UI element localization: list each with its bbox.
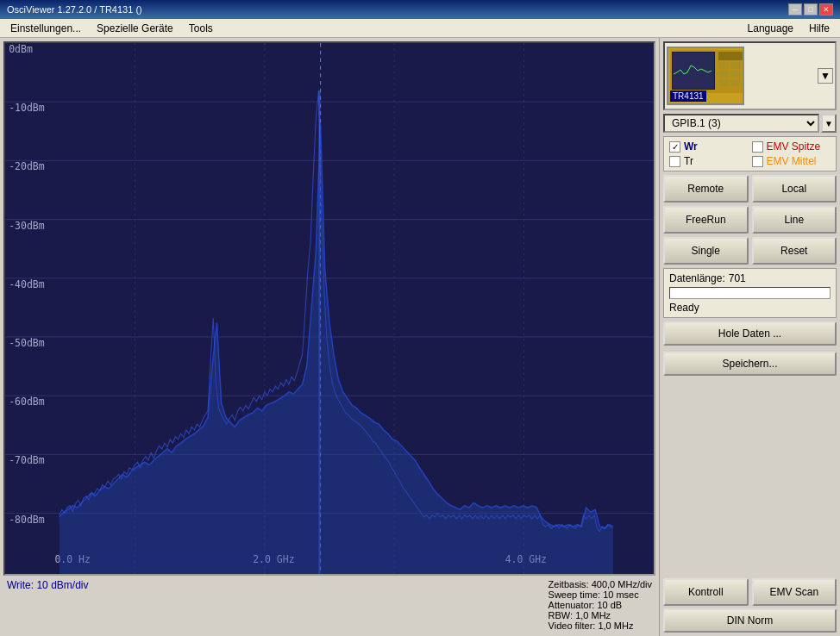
- freerun-line-row: FreeRun Line: [663, 206, 837, 234]
- remote-button[interactable]: Remote: [663, 175, 749, 203]
- emv-scan-button[interactable]: EMV Scan: [752, 578, 837, 606]
- emv-spitze-checkbox-row: EMV Spitze: [752, 140, 831, 153]
- remote-local-row: Remote Local: [663, 175, 837, 203]
- title-bar-buttons: ─ □ ✕: [788, 3, 833, 16]
- chart-params: Zeitbasis: 400,0 MHz/div Sweep time: 10 …: [549, 579, 652, 631]
- svg-rect-33: [718, 62, 729, 69]
- kontroll-emvscan-row: Kontroll EMV Scan: [663, 578, 837, 606]
- attenuator-label: Attenuator: 10 dB: [549, 600, 652, 610]
- svg-text:0dBm: 0dBm: [9, 43, 33, 55]
- rbw-label: RBW: 1,0 MHz: [549, 610, 652, 620]
- reset-button[interactable]: Reset: [752, 237, 837, 265]
- svg-text:-10dBm: -10dBm: [9, 102, 44, 114]
- tr-checkbox[interactable]: [669, 156, 680, 167]
- sweep-label: Sweep time: 10 msec: [549, 589, 652, 600]
- device-image: TR4131: [667, 47, 744, 105]
- single-reset-row: Single Reset: [663, 237, 837, 265]
- spectrum-svg: 0dBm -10dBm -20dBm -30dBm -40dBm -50dBm …: [5, 43, 654, 574]
- device-dropdown-button[interactable]: ▼: [818, 68, 833, 84]
- ready-text: Ready: [669, 302, 699, 314]
- emv-mittel-label: EMV Mittel: [767, 155, 817, 167]
- line-button[interactable]: Line: [752, 206, 837, 234]
- video-label: Video filter: 1,0 MHz: [549, 620, 652, 631]
- menu-right: Language Hilfe: [741, 21, 837, 36]
- svg-text:-70dBm: -70dBm: [9, 454, 44, 466]
- menu-language[interactable]: Language: [741, 21, 800, 36]
- svg-rect-34: [730, 62, 741, 69]
- maximize-button[interactable]: □: [804, 3, 818, 16]
- spectrum-chart: 0dBm -10dBm -20dBm -30dBm -40dBm -50dBm …: [3, 41, 655, 576]
- single-button[interactable]: Single: [663, 237, 749, 265]
- emv-spitze-label: EMV Spitze: [767, 140, 821, 153]
- emv-spitze-checkbox[interactable]: [752, 141, 763, 153]
- device-label: TR4131: [670, 90, 706, 102]
- svg-text:-60dBm: -60dBm: [9, 396, 44, 408]
- gpib-select[interactable]: GPIB.1 (3): [663, 114, 819, 133]
- write-label: Write: 10 dBm/div: [7, 579, 88, 591]
- chart-info: Write: 10 dBm/div Zeitbasis: 400,0 MHz/d…: [3, 577, 655, 633]
- kontroll-button[interactable]: Kontroll: [663, 578, 749, 606]
- minimize-button[interactable]: ─: [788, 3, 802, 16]
- progress-bar: [669, 287, 831, 299]
- checkboxes-area: ✓ Wr EMV Spitze Tr EMV Mittel: [663, 136, 837, 171]
- wr-checkbox[interactable]: ✓: [669, 141, 680, 153]
- zeitbasis-label: Zeitbasis: 400,0 MHz/div: [549, 579, 652, 589]
- datenlaenge-row: Datenlänge: 701: [669, 272, 831, 284]
- freerun-button[interactable]: FreeRun: [663, 206, 749, 234]
- svg-rect-35: [718, 71, 729, 78]
- menu-left: Einstellungen... Spezielle Geräte Tools: [3, 21, 220, 36]
- svg-text:-30dBm: -30dBm: [9, 219, 44, 231]
- svg-rect-38: [730, 79, 741, 86]
- emv-mittel-checkbox[interactable]: [752, 156, 763, 167]
- svg-rect-32: [718, 52, 743, 60]
- svg-text:-50dBm: -50dBm: [9, 337, 44, 349]
- datenlaenge-value: 701: [729, 272, 746, 284]
- title-bar: OsciViewer 1.27.2.0 / TR4131 () ─ □ ✕: [0, 0, 840, 19]
- din-norm-button[interactable]: DIN Norm: [663, 608, 837, 633]
- main-content: 0dBm -10dBm -20dBm -30dBm -40dBm -50dBm …: [0, 38, 840, 636]
- speichern-button[interactable]: Speichern...: [663, 352, 837, 376]
- menu-hilfe[interactable]: Hilfe: [802, 21, 837, 36]
- bottom-buttons: Kontroll EMV Scan DIN Norm: [663, 578, 837, 633]
- svg-rect-36: [730, 71, 741, 78]
- right-panel: TR4131 ▼ GPIB.1 (3) ▼ ✓ Wr EMV Spitze Tr: [659, 38, 840, 636]
- svg-text:-80dBm: -80dBm: [9, 513, 44, 525]
- menu-tools[interactable]: Tools: [182, 21, 220, 36]
- emv-mittel-checkbox-row: EMV Mittel: [752, 155, 831, 167]
- svg-text:-40dBm: -40dBm: [9, 278, 44, 290]
- wr-checkbox-row: ✓ Wr: [669, 140, 749, 153]
- gpib-arrow-button[interactable]: ▼: [821, 114, 837, 133]
- chart-area: 0dBm -10dBm -20dBm -30dBm -40dBm -50dBm …: [0, 38, 659, 636]
- window-title: OsciViewer 1.27.2.0 / TR4131 (): [7, 4, 142, 15]
- status-area: Datenlänge: 701 Ready: [663, 268, 837, 318]
- device-area: TR4131 ▼: [663, 41, 837, 110]
- hole-daten-button[interactable]: Hole Daten ...: [663, 321, 837, 346]
- svg-text:-20dBm: -20dBm: [9, 160, 44, 172]
- local-button[interactable]: Local: [752, 175, 837, 203]
- menu-spezielle-geraete[interactable]: Spezielle Geräte: [90, 21, 180, 36]
- svg-rect-37: [718, 79, 729, 86]
- wr-label: Wr: [684, 140, 698, 153]
- menu-einstellungen[interactable]: Einstellungen...: [3, 21, 88, 36]
- tr-checkbox-row: Tr: [669, 155, 749, 167]
- close-button[interactable]: ✕: [819, 3, 833, 16]
- gpib-row: GPIB.1 (3) ▼: [663, 114, 837, 133]
- menu-bar: Einstellungen... Spezielle Geräte Tools …: [0, 19, 840, 38]
- datenlaenge-label: Datenlänge:: [669, 272, 725, 284]
- tr-label: Tr: [684, 155, 693, 167]
